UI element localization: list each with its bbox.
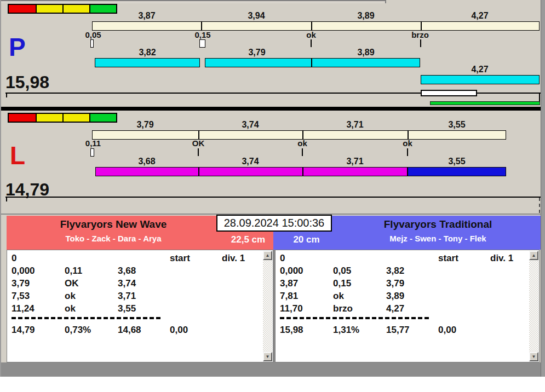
table-row: 0,000 0,05 3,82 [276,265,528,277]
totals-separator [12,317,160,319]
plan-stride-label: 3,89 [357,11,374,20]
cell-division: div. 1 [490,252,513,264]
team-members: Toko - Zack - Dara - Arya [7,234,220,243]
plan-stride-label: 3,71 [346,120,363,129]
plan-stride-bar [92,21,540,31]
cell-checkpoint: ok [333,290,344,302]
cell-stride: 3,74 [118,278,136,290]
status-color-legend [8,113,117,123]
cell-percent: 0,73% [65,324,91,336]
cell-checkpoint: ok [65,303,76,315]
table-row: 7,53 ok 3,71 [7,290,262,302]
cell-total: 15,98 [280,324,303,336]
cell-distance: 11,70 [280,303,303,315]
main-window: 3,87 3,94 3,89 4,27 0,05 0,15 ok brzo 3,… [0,0,544,377]
panel-letter-p: P [9,35,26,59]
actual-stride-bar [205,58,420,67]
totals-row: 15,98 1,31% 15,77 0,00 [276,324,528,336]
legend-green-block [89,5,116,13]
legend-yellow-block [62,114,89,122]
plan-stride-label: 3,79 [136,120,153,129]
table-row: 0 start div. 1 [276,252,528,264]
cell-stride: 3,79 [386,278,404,290]
table-scrollbar[interactable]: ▲ ▼ [263,251,272,361]
bar-divider [311,21,312,31]
cell-checkpoint: brzo [333,303,353,315]
actual-stride-label: 3,71 [346,157,363,166]
bar-divider [311,58,312,67]
legend-red-block [9,5,36,13]
table-row: 7,81 ok 3,89 [276,290,528,302]
cell-distance: 0 [12,252,16,264]
cell-distance: 0,000 [12,265,35,277]
cell-stride: 3,68 [118,265,136,277]
bar-divider [421,21,422,31]
datetime-display: 28.09.2024 15:00:36 [216,215,332,232]
cell-distance: 0,000 [280,265,303,277]
cell-stride: 3,89 [386,290,404,302]
actual-stride-bar [95,58,200,67]
team-members: Mejz - Swen - Tony - Flek [335,234,541,243]
right-frame-edge [541,0,545,377]
cell-extra: 0,00 [170,324,188,336]
cell-distance: 7,81 [280,290,298,302]
checkpoint-offset-box [90,148,94,157]
cell-extra: 0,00 [438,324,456,336]
actual-stride-label: 3,89 [357,48,374,57]
table-row: 3,87 0,15 3,79 [276,278,528,290]
table-scrollbar[interactable]: ▲ ▼ [529,251,538,361]
totals-row: 14,79 0,73% 14,68 0,00 [7,324,262,336]
actual-stride-label: 3,55 [448,157,465,166]
totals-separator [280,317,429,319]
plan-stride-label: 3,74 [242,120,259,129]
panel-total-distance: 14,79 [5,181,49,198]
cell-stride: 4,27 [386,303,404,315]
actual-stride-label: 3,82 [139,48,156,57]
runup-panel-p: 3,87 3,94 3,89 4,27 0,05 0,15 ok brzo 3,… [1,3,541,107]
checkpoint-tick [302,148,303,156]
plan-stride-label: 4,27 [471,11,488,20]
takeoff-zone-box [421,90,477,96]
results-table-new-wave: 0 start div. 1 0,000 0,11 3,68 3,79 OK 3… [7,250,273,362]
board-distance-badge: 20 cm [278,234,335,245]
checkpoint-tick [311,39,312,47]
baseline-start-tick [6,198,7,201]
end-cursor-dashed-line [539,198,540,213]
table-row: 3,79 OK 3,74 [7,278,262,290]
checkpoint-label: brzo [411,31,429,39]
checkpoint-tick [198,148,199,156]
baseline-start-tick [6,94,7,97]
checkpoint-label: ok [403,139,412,147]
cell-net: 14,68 [118,324,141,336]
actual-stride-label: 3,74 [242,157,259,166]
cell-stride: 3,55 [118,303,136,315]
checkpoint-label: ok [297,139,307,147]
cell-distance: 11,24 [12,303,35,315]
status-color-legend [8,4,117,14]
runup-panel-l: 3,79 3,74 3,71 3,55 0,11 OK ok ok 3,68 3… [1,111,541,214]
scroll-up-button[interactable]: ▲ [263,251,272,260]
table-row: 11,24 ok 3,55 [7,303,262,315]
scroll-down-button[interactable]: ▼ [529,352,538,361]
scroll-up-button[interactable]: ▲ [529,251,538,260]
cell-total: 14,79 [12,324,35,336]
cell-division: div. 1 [222,252,245,264]
cell-distance: 7,53 [12,290,30,302]
cell-net: 15,77 [386,324,410,336]
checkpoint-label: 0,15 [194,31,210,39]
legend-yellow-block [36,114,62,122]
bar-divider [198,167,199,176]
scroll-down-button[interactable]: ▼ [263,352,272,361]
scroll-up-icon: ▲ [266,253,270,258]
actual-stride-bar [95,167,408,176]
legend-yellow-block [62,5,89,13]
app-window: 3,87 3,94 3,89 4,27 0,05 0,15 ok brzo 3,… [0,0,545,392]
board-distance-badge: 22,5 cm [223,234,273,245]
checkpoint-label: 0,11 [85,139,101,147]
plan-stride-label: 3,55 [448,120,465,129]
panel-letter-l: L [10,143,25,168]
plan-stride-label: 3,87 [138,11,155,20]
scroll-down-icon: ▼ [532,355,536,359]
actual-stride-label: 3,68 [138,157,155,166]
bottom-frame-strip [1,362,545,377]
